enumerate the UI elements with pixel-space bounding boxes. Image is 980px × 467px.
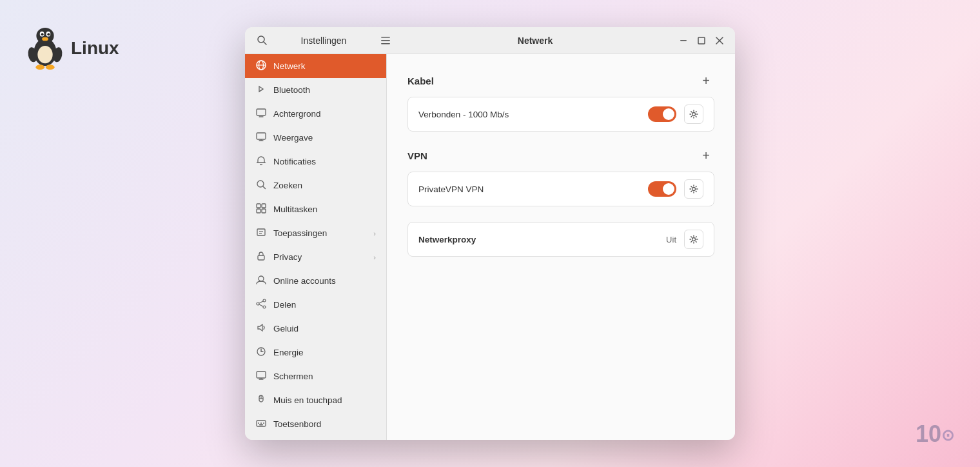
sidebar-item-multitasken[interactable]: Multitasken xyxy=(245,197,386,221)
svg-point-61 xyxy=(692,113,696,116)
sidebar-label-geluid: Geluid xyxy=(273,324,299,333)
gear-button-netwerkproxy[interactable] xyxy=(684,230,703,249)
sidebar-label-delen: Delen xyxy=(273,300,296,310)
delen-icon xyxy=(255,299,267,311)
titlebar-controls xyxy=(676,33,727,48)
sidebar-item-netwerk[interactable]: Netwerk xyxy=(245,54,386,78)
toggle-privatevpn[interactable] xyxy=(648,181,676,197)
sidebar-label-zoeken: Zoeken xyxy=(273,181,302,190)
main-panel: Kabel + Verbonden - 1000 Mb/s xyxy=(387,54,735,440)
sidebar-label-toepassingen: Toepassingen xyxy=(273,228,327,238)
netwerk-icon xyxy=(255,60,267,72)
svg-point-62 xyxy=(692,188,696,191)
settings-window: Instellingen Netwerk xyxy=(245,27,735,440)
muis-icon xyxy=(255,394,267,406)
add-button-vpn[interactable]: + xyxy=(698,147,714,164)
sidebar-item-online-accounts[interactable]: Online accounts xyxy=(245,269,386,293)
svg-rect-33 xyxy=(257,209,260,213)
sidebar-item-weergave[interactable]: Weergave xyxy=(245,126,386,150)
sidebar-label-toetsenbord: Toetsenbord xyxy=(273,419,321,429)
svg-point-63 xyxy=(692,238,696,241)
gear-button-privatevpn[interactable] xyxy=(684,179,703,199)
achtergrond-icon xyxy=(255,108,267,120)
chevron-icon: › xyxy=(373,253,376,261)
minimize-button[interactable] xyxy=(676,33,691,48)
search-button[interactable] xyxy=(253,32,271,50)
svg-rect-14 xyxy=(381,37,390,38)
panel-title: Netwerk xyxy=(395,35,676,46)
svg-rect-15 xyxy=(381,40,390,41)
svg-point-40 xyxy=(257,303,259,305)
add-button-kabel[interactable]: + xyxy=(698,72,714,89)
sidebar: Netwerk Bluetooth Achtergrond Weergave N… xyxy=(245,54,387,440)
linux-logo: Linux xyxy=(26,26,119,71)
sidebar-label-schermen: Schermen xyxy=(273,372,313,381)
svg-point-1 xyxy=(37,46,52,63)
energie-icon xyxy=(255,346,267,359)
sidebar-item-delen[interactable]: Delen xyxy=(245,293,386,317)
toggle-knob-privatevpn xyxy=(663,183,674,195)
svg-rect-35 xyxy=(257,229,265,235)
zoeken-icon xyxy=(255,179,267,192)
bluetooth-icon xyxy=(255,84,267,96)
chevron-icon: › xyxy=(373,230,376,237)
sidebar-label-energie: Energie xyxy=(273,348,304,357)
svg-rect-26 xyxy=(257,133,266,139)
svg-rect-32 xyxy=(262,204,266,208)
card-netwerkproxy: Netwerkproxy Uit xyxy=(407,222,714,257)
gear-icon-netwerkproxy xyxy=(689,235,698,244)
brand-name: Linux xyxy=(71,38,119,59)
maximize-button[interactable] xyxy=(694,33,709,48)
sidebar-item-schermen[interactable]: Schermen xyxy=(245,364,386,388)
svg-line-13 xyxy=(264,42,266,45)
svg-rect-24 xyxy=(257,109,266,115)
status-netwerkproxy: Uit xyxy=(666,235,676,244)
toetsenbord-icon xyxy=(255,418,267,430)
sidebar-label-weergave: Weergave xyxy=(273,133,313,143)
card-kabel-verbonden: Verbonden - 1000 Mb/s xyxy=(407,97,714,132)
svg-line-42 xyxy=(259,301,263,303)
card-privatevpn: PrivateVPN VPN xyxy=(407,172,714,206)
svg-rect-17 xyxy=(680,40,687,41)
svg-point-41 xyxy=(263,306,266,308)
sidebar-item-geluid[interactable]: Geluid xyxy=(245,317,386,341)
gear-button-kabel-verbonden[interactable] xyxy=(684,104,703,124)
sidebar-item-zoeken[interactable]: Zoeken xyxy=(245,174,386,197)
titlebar: Instellingen Netwerk xyxy=(245,27,735,54)
sidebar-item-toetsenbord[interactable]: Toetsenbord xyxy=(245,412,386,436)
section-vpn: VPN + PrivateVPN VPN xyxy=(407,147,714,206)
svg-point-8 xyxy=(35,65,44,70)
card-row-privatevpn: PrivateVPN VPN xyxy=(418,172,703,206)
app-title: Instellingen xyxy=(276,35,371,46)
gear-icon-privatevpn xyxy=(689,184,698,194)
svg-rect-16 xyxy=(381,43,390,45)
toepassingen-icon xyxy=(255,227,267,239)
svg-rect-34 xyxy=(262,209,266,213)
online-accounts-icon xyxy=(255,275,267,287)
minimize-icon xyxy=(680,37,687,45)
section-header-vpn: VPN + xyxy=(407,147,714,164)
sidebar-item-privacy[interactable]: Privacy › xyxy=(245,245,386,269)
sidebar-item-bluetooth[interactable]: Bluetooth xyxy=(245,78,386,102)
toggle-kabel-verbonden[interactable] xyxy=(648,106,676,122)
sidebar-item-energie[interactable]: Energie xyxy=(245,341,386,364)
menu-button[interactable] xyxy=(377,32,395,50)
sidebar-item-toepassingen[interactable]: Toepassingen › xyxy=(245,221,386,245)
sidebar-label-privacy: Privacy xyxy=(273,252,302,262)
toggle-knob-kabel-verbonden xyxy=(663,108,674,120)
close-icon xyxy=(716,37,723,45)
section-proxy: Netwerkproxy Uit xyxy=(407,222,714,257)
version-badge: 10⊙ xyxy=(916,421,954,448)
sidebar-item-notificaties[interactable]: Notificaties xyxy=(245,150,386,174)
close-button[interactable] xyxy=(712,33,727,48)
sidebar-item-achtergrond[interactable]: Achtergrond xyxy=(245,102,386,126)
notificaties-icon xyxy=(255,155,267,168)
card-label-privatevpn: PrivateVPN VPN xyxy=(418,184,640,194)
sidebar-item-printers[interactable]: Printers xyxy=(245,436,386,440)
privacy-icon xyxy=(255,251,267,263)
sidebar-label-muis: Muis en touchpad xyxy=(273,395,342,405)
titlebar-left: Instellingen xyxy=(253,32,395,50)
sidebar-item-muis[interactable]: Muis en touchpad xyxy=(245,388,386,412)
section-kabel: Kabel + Verbonden - 1000 Mb/s xyxy=(407,72,714,132)
maximize-icon xyxy=(698,37,705,45)
